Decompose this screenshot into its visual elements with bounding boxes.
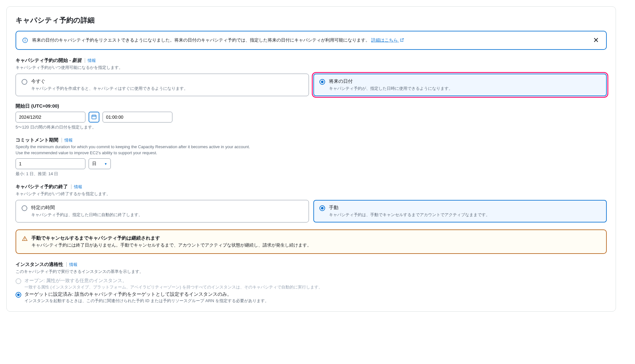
start-section: キャパシティ予約の開始 - 新規 情報 キャパシティ予約がいつ使用可能になるかを… bbox=[16, 57, 607, 96]
commitment-section: コミットメント期間 情報 Specify the minimum duratio… bbox=[16, 137, 607, 177]
start-now-title: 今すぐ bbox=[31, 78, 303, 84]
commitment-unit-value: 日 bbox=[92, 161, 97, 167]
warning-icon bbox=[22, 236, 28, 248]
close-alert-button[interactable]: ✕ bbox=[592, 36, 600, 45]
end-heading-row: キャパシティ予約の終了 情報 bbox=[16, 184, 607, 190]
new-badge: 新規 bbox=[72, 57, 82, 63]
commitment-heading: コミットメント期間 bbox=[16, 137, 58, 142]
commitment-desc-1: Specify the minimum duration for which y… bbox=[16, 144, 607, 149]
end-radio-group: 特定の時間 キャパシティ予約は、指定した日時に自動的に終了します。 手動 キャパ… bbox=[16, 200, 607, 222]
eligibility-open-title: オープン: 属性が一致する任意のインスタンス。 bbox=[24, 278, 607, 284]
eligibility-option-target[interactable]: ターゲットに設定済み: 該当のキャパシティ予約をターゲットとして設定するインスタ… bbox=[16, 291, 607, 304]
start-date-input[interactable] bbox=[16, 112, 85, 122]
eligibility-desc: このキャパシティ予約で実行できるインスタンスの基準を示します。 bbox=[16, 269, 607, 275]
info-alert-text: 将来の日付のキャパシティ予約をリクエストできるようになりました。将来の日付のキャ… bbox=[32, 37, 588, 43]
svg-point-8 bbox=[25, 240, 25, 240]
commitment-info-link[interactable]: 情報 bbox=[62, 138, 73, 142]
start-desc: キャパシティ予約がいつ使用可能になるかを指定します。 bbox=[16, 65, 607, 70]
end-option-manual[interactable]: 手動 キャパシティ予約は、手動でキャンセルするまでアカウントでアクティブなままで… bbox=[313, 200, 607, 222]
manual-cancel-warning: 手動でキャンセルするまでキャパシティ予約は継続されます キャパシティ予約には終了… bbox=[16, 229, 607, 254]
eligibility-radio-group: オープン: 属性が一致する任意のインスタンス。 一致する属性 (インスタンスタイ… bbox=[16, 278, 607, 304]
commitment-desc-2: Use the recommended value to improve EC2… bbox=[16, 150, 607, 155]
start-option-future[interactable]: 将来の日付 キャパシティ予約が、指定した日時に使用できるようになります。 bbox=[313, 74, 607, 96]
commitment-unit-select[interactable]: 日 ▼ bbox=[89, 158, 111, 169]
svg-rect-3 bbox=[92, 115, 96, 119]
warn-title: 手動でキャンセルするまでキャパシティ予約は継続されます bbox=[31, 235, 311, 241]
eligibility-target-title: ターゲットに設定済み: 該当のキャパシティ予約をターゲットとして設定するインスタ… bbox=[24, 291, 607, 297]
end-desc: キャパシティ予約がいつ終了するかを指定します。 bbox=[16, 191, 607, 197]
start-future-title: 将来の日付 bbox=[329, 78, 601, 84]
start-heading: キャパシティ予約の開始 - bbox=[16, 57, 72, 63]
eligibility-section: インスタンスの適格性 情報 このキャパシティ予約で実行できるインスタンスの基準を… bbox=[16, 261, 607, 304]
info-icon bbox=[22, 37, 28, 43]
end-time-desc: キャパシティ予約は、指定した日時に自動的に終了します。 bbox=[31, 212, 303, 218]
radio-icon bbox=[16, 292, 21, 298]
eligibility-heading: インスタンスの適格性 bbox=[16, 261, 63, 267]
radio-icon bbox=[22, 79, 27, 85]
end-section: キャパシティ予約の終了 情報 キャパシティ予約がいつ終了するかを指定します。 特… bbox=[16, 184, 607, 222]
warn-desc: キャパシティ予約には終了日がありません。手動でキャンセルするまで、アカウントでア… bbox=[31, 242, 311, 248]
eligibility-open-desc: 一致する属性 (インスタンスタイプ、プラットフォーム、アベイラビリティーゾーン)… bbox=[24, 284, 607, 290]
radio-icon bbox=[319, 205, 325, 211]
page-title: キャパシティ予約の詳細 bbox=[16, 16, 607, 25]
start-date-heading: 開始日 (UTC+09:00) bbox=[16, 103, 59, 109]
start-date-section: 開始日 (UTC+09:00) 5〜120 日の間の将来の日付を指定します。 bbox=[16, 103, 607, 130]
learn-more-link[interactable]: 詳細はこちら bbox=[371, 37, 404, 43]
end-info-link[interactable]: 情報 bbox=[71, 184, 82, 189]
future-date-info-alert: 将来の日付のキャパシティ予約をリクエストできるようになりました。将来の日付のキャ… bbox=[16, 31, 607, 50]
start-now-desc: キャパシティ予約を作成すると、キャパシティはすぐに使用できるようになります。 bbox=[31, 86, 303, 91]
end-manual-desc: キャパシティ予約は、手動でキャンセルするまでアカウントでアクティブなままです。 bbox=[329, 212, 601, 218]
start-heading-row: キャパシティ予約の開始 - 新規 情報 bbox=[16, 57, 607, 63]
start-radio-group: 今すぐ キャパシティ予約を作成すると、キャパシティはすぐに使用できるようになりま… bbox=[16, 74, 607, 96]
calendar-button[interactable] bbox=[89, 112, 99, 122]
radio-icon bbox=[16, 278, 21, 284]
external-link-icon bbox=[400, 38, 404, 43]
capacity-reservation-details-panel: キャパシティ予約の詳細 将来の日付のキャパシティ予約をリクエストできるようになり… bbox=[6, 6, 616, 312]
commitment-value-input[interactable] bbox=[16, 158, 85, 169]
eligibility-info-link[interactable]: 情報 bbox=[66, 262, 77, 267]
end-heading: キャパシティ予約の終了 bbox=[16, 184, 68, 189]
end-manual-title: 手動 bbox=[329, 205, 601, 211]
start-time-input[interactable] bbox=[103, 112, 172, 122]
end-option-time[interactable]: 特定の時間 キャパシティ予約は、指定した日時に自動的に終了します。 bbox=[16, 200, 309, 222]
start-date-hint: 5〜120 日の間の将来の日付を指定します。 bbox=[16, 124, 607, 130]
eligibility-option-open: オープン: 属性が一致する任意のインスタンス。 一致する属性 (インスタンスタイ… bbox=[16, 278, 607, 290]
radio-icon bbox=[319, 79, 325, 85]
close-icon: ✕ bbox=[593, 36, 599, 44]
calendar-icon bbox=[91, 114, 97, 121]
commitment-hint: 最小: 1 日、推奨: 14 日 bbox=[16, 171, 607, 177]
radio-icon bbox=[22, 205, 27, 211]
svg-point-2 bbox=[25, 39, 25, 39]
eligibility-heading-row: インスタンスの適格性 情報 bbox=[16, 261, 607, 268]
chevron-down-icon: ▼ bbox=[104, 162, 107, 166]
start-future-desc: キャパシティ予約が、指定した日時に使用できるようになります。 bbox=[329, 86, 601, 91]
eligibility-target-desc: インスタンスを起動するときは、この予約に関連付けられた予約 ID または予約リソ… bbox=[24, 298, 607, 304]
commitment-heading-row: コミットメント期間 情報 bbox=[16, 137, 607, 143]
start-info-link[interactable]: 情報 bbox=[85, 58, 96, 63]
end-time-title: 特定の時間 bbox=[31, 205, 303, 211]
start-option-now[interactable]: 今すぐ キャパシティ予約を作成すると、キャパシティはすぐに使用できるようになりま… bbox=[16, 74, 309, 96]
